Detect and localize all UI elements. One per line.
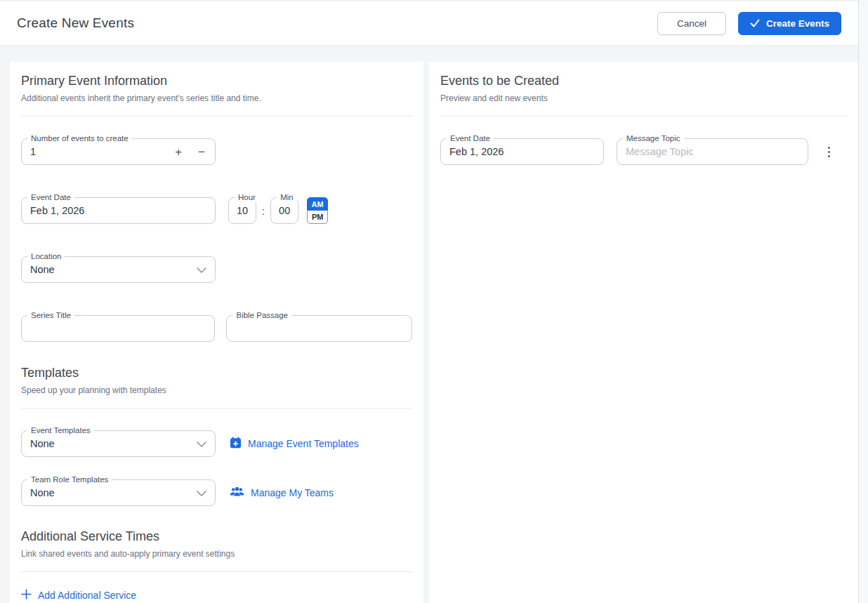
chevron-down-icon [197, 437, 206, 450]
message-topic-label: Message Topic [623, 133, 684, 143]
decrement-button[interactable]: − [197, 146, 206, 158]
primary-section-subtitle: Additional events inherit the primary ev… [21, 93, 412, 103]
divider [21, 116, 412, 117]
event-date-field[interactable]: Event Date [21, 197, 216, 224]
preview-event-date-label: Event Date [447, 133, 494, 143]
event-preview-row: Event Date Message Topic [440, 138, 847, 165]
kebab-dot [828, 151, 830, 153]
message-topic-field[interactable]: Message Topic [617, 138, 808, 165]
events-preview-panel: Events to be Created Preview and edit ne… [429, 62, 858, 603]
team-role-templates-value: None [30, 487, 191, 498]
event-templates-value: None [30, 438, 191, 449]
page-title: Create New Events [17, 15, 134, 31]
bible-passage-input[interactable] [235, 323, 403, 334]
create-events-button[interactable]: Create Events [738, 12, 841, 35]
divider [440, 116, 847, 117]
plus-icon [21, 589, 32, 602]
additional-services-heading: Additional Service Times [21, 529, 412, 544]
number-of-events-field[interactable]: Number of events to create + − [21, 138, 216, 165]
event-date-label: Event Date [27, 192, 74, 202]
team-role-templates-row: Team Role Templates None Manage My Teams [21, 479, 412, 506]
templates-section-heading: Templates [21, 365, 412, 380]
increment-button[interactable]: + [173, 146, 183, 158]
primary-section-heading: Primary Event Information [21, 73, 412, 88]
message-topic-input[interactable] [626, 146, 799, 157]
add-additional-service-link[interactable]: Add Additional Service [21, 589, 136, 602]
manage-my-teams-label: Manage My Teams [251, 487, 334, 498]
divider [21, 408, 412, 409]
manage-event-templates-label: Manage Event Templates [248, 438, 359, 449]
cancel-button[interactable]: Cancel [657, 12, 726, 35]
series-title-input[interactable] [30, 323, 206, 334]
series-title-label: Series Title [27, 310, 74, 320]
primary-event-panel: Primary Event Information Additional eve… [10, 62, 423, 603]
series-row: Series Title Bible Passage [21, 315, 412, 342]
kebab-dot [828, 155, 830, 157]
location-label: Location [27, 251, 65, 261]
additional-services-subtitle: Link shared events and auto-apply primar… [21, 549, 412, 559]
kebab-dot [828, 147, 830, 149]
chevron-down-icon [197, 263, 206, 276]
header-bar: Create New Events Cancel Create Events [0, 0, 858, 46]
events-preview-heading: Events to be Created [440, 73, 847, 88]
add-additional-service-label: Add Additional Service [38, 590, 136, 601]
minute-label: Min [277, 192, 297, 202]
create-events-button-label: Create Events [766, 18, 829, 29]
divider [21, 571, 412, 572]
calendar-plus-icon [230, 437, 242, 451]
chevron-down-icon [197, 486, 206, 499]
event-templates-label: Event Templates [27, 425, 94, 435]
vertical-scrollbar[interactable] [858, 0, 868, 603]
bible-passage-field[interactable]: Bible Passage [226, 315, 412, 342]
event-templates-row: Event Templates None Manage Event Templa… [21, 430, 412, 457]
preview-event-date-field[interactable]: Event Date [440, 138, 604, 165]
number-of-events-input[interactable] [30, 146, 173, 157]
am-toggle[interactable]: AM [307, 197, 328, 211]
check-icon [750, 19, 760, 27]
header-actions: Cancel Create Events [657, 12, 841, 35]
minute-field[interactable]: Min [270, 197, 298, 224]
events-count-stepper: + − [173, 146, 206, 158]
manage-event-templates-link[interactable]: Manage Event Templates [230, 430, 359, 457]
hour-field[interactable]: Hour [228, 197, 256, 224]
event-row-menu-button[interactable] [824, 138, 834, 165]
cancel-button-label: Cancel [677, 18, 706, 29]
location-value: None [30, 264, 191, 275]
team-role-templates-label: Team Role Templates [27, 475, 112, 484]
team-role-templates-select[interactable]: Team Role Templates None [21, 479, 216, 506]
people-group-icon [230, 486, 244, 499]
event-date-input[interactable] [30, 205, 206, 216]
date-time-row: Event Date Hour : Min AM PM [21, 197, 412, 224]
templates-section-subtitle: Speed up your planning with templates [21, 385, 412, 395]
time-separator: : [262, 205, 265, 217]
events-preview-subtitle: Preview and edit new events [440, 93, 847, 103]
hour-input[interactable] [233, 205, 251, 216]
bible-passage-label: Bible Passage [232, 310, 291, 320]
pm-toggle[interactable]: PM [307, 211, 328, 224]
meridiem-toggle: AM PM [307, 197, 328, 224]
number-of-events-label: Number of events to create [27, 133, 132, 143]
minute-input[interactable] [275, 205, 294, 216]
hour-label: Hour [235, 192, 259, 202]
preview-event-date-input[interactable] [449, 146, 595, 157]
event-templates-select[interactable]: Event Templates None [21, 430, 216, 457]
series-title-field[interactable]: Series Title [21, 315, 215, 342]
manage-my-teams-link[interactable]: Manage My Teams [230, 479, 334, 506]
location-select[interactable]: Location None [21, 256, 216, 283]
